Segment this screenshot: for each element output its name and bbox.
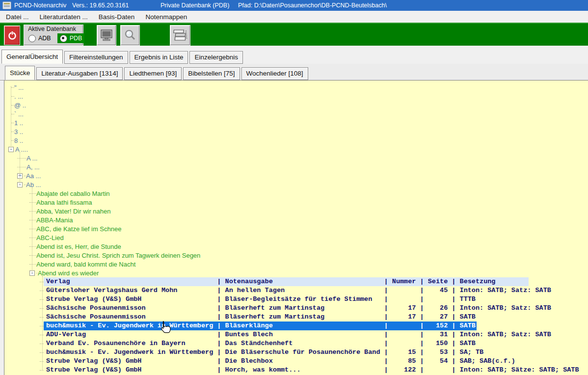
tab-einzelergebnis[interactable]: Einzelergebnis: [189, 51, 243, 64]
menu-item-2[interactable]: Literaturdaten ...: [34, 11, 93, 23]
tree-node-song[interactable]: Abend ward, bald kommt die Nacht: [4, 260, 588, 268]
sub-tabs: StückeLiteratur-Ausgaben [1314]Liedtheme…: [5, 66, 310, 80]
subtab-liedthemen-93[interactable]: Liedthemen [93]: [124, 67, 182, 80]
tree-node-subgroup[interactable]: A, ...: [4, 162, 588, 171]
editions-header-row: Verlag | Notenausgabe | Nummer | Seite |…: [44, 277, 529, 286]
editions-row-text: ADU-Verlag | Buntes Blech | | 31 | Inton…: [44, 330, 553, 339]
app-title: PCND-Notenarchiv: [14, 2, 72, 9]
tree-node-root[interactable]: . ...: [4, 92, 588, 101]
menu-item-3[interactable]: Basis-Daten: [93, 11, 140, 23]
database-path: Pfad: D:\Daten\Posaunenchor\DB-PCND-Beut…: [238, 2, 387, 9]
titlebar: PCND-Notenarchiv Vers.: 19.65.20.3161 Pr…: [0, 0, 588, 11]
tree-node-song[interactable]: Abba, Vater! Dir wir nahen: [4, 207, 588, 215]
editions-row[interactable]: Verband Ev. Posaunenchöre in Bayern | Da…: [4, 339, 588, 348]
tree-node-subgroup[interactable]: +Aa ...: [4, 171, 588, 180]
subtab-literatur-ausgaben-1314[interactable]: Literatur-Ausgaben [1314]: [36, 67, 123, 80]
editions-row-text: buch&musik - Ev. Jugendwerk in Württembe…: [44, 321, 477, 330]
tree-node-label: Abajate del caballo Martin: [36, 190, 110, 197]
tree-connector: [29, 251, 36, 256]
tree-node-root[interactable]: " ...: [4, 83, 588, 92]
tree-node-root[interactable]: 1 ..: [4, 118, 588, 127]
radio-adb[interactable]: ADB: [26, 33, 53, 43]
toolbar: Aktive Datenbank ADB PDB: [0, 23, 588, 47]
monitor-button[interactable]: [97, 25, 116, 46]
menu-item-4[interactable]: Notenmappen: [140, 11, 192, 23]
tree-node-root[interactable]: 3 ..: [4, 127, 588, 136]
tree-node-label: . ...: [14, 93, 23, 100]
main-tabs: GeneralÜbersichtFiltereinstellungenErgeb…: [1, 50, 244, 64]
sub-tabstrip: StückeLiteratur-Ausgaben [1314]Liedtheme…: [0, 64, 588, 80]
books-icon: [172, 28, 188, 43]
tree-node-song[interactable]: ABC, die Katze lief im Schnee: [4, 224, 588, 233]
editions-row[interactable]: buch&musik - Ev. Jugendwerk in Württembe…: [4, 348, 588, 357]
editions-row[interactable]: Strube Verlag (V&S) GmbH | Horch, was ko…: [4, 366, 588, 375]
tree-node-label: ` ...: [14, 110, 24, 118]
tree-guide-line: [20, 152, 21, 185]
editions-row[interactable]: Sächsische Posaunenmisson | Bläserheft z…: [4, 313, 588, 321]
editions-table-header: Verlag | Notenausgabe | Nummer | Seite |…: [4, 277, 588, 286]
radio-pdb-circle-icon: [60, 35, 67, 42]
editions-row[interactable]: Sächsische Posaunenmisson | Bläserheft z…: [4, 304, 588, 313]
editions-row-text: Sächsische Posaunenmisson | Bläserheft z…: [44, 304, 553, 313]
books-button[interactable]: [170, 25, 190, 46]
app-window: PCND-Notenarchiv Vers.: 19.65.20.3161 Pr…: [0, 0, 588, 375]
tree-node-label: Ab ...: [26, 181, 41, 188]
tree-connector: [29, 207, 36, 212]
monitor-icon: [100, 29, 113, 42]
active-database-label: Aktive Datenbank: [28, 26, 76, 32]
radio-pdb[interactable]: PDB: [57, 33, 85, 43]
editions-row[interactable]: ADU-Verlag | Buntes Blech | | 31 | Inton…: [4, 330, 588, 339]
tree-node-song-expanded[interactable]: -Abend wird es wieder: [4, 268, 588, 277]
tree-node-root[interactable]: 8 ..: [4, 136, 588, 145]
power-button[interactable]: [4, 26, 20, 45]
tree-node-label: A, ...: [27, 163, 40, 171]
subtab-bibelstellen-75[interactable]: Bibelstellen [75]: [183, 67, 240, 80]
tree-node-root[interactable]: @ ..: [4, 101, 588, 109]
editions-row-text: Gütersloher Verlagshaus Gerd Mohn | An h…: [44, 286, 553, 295]
tab-ergebnis-in-liste[interactable]: Ergebnis in Liste: [130, 51, 188, 64]
tree-node-label: " ...: [14, 84, 24, 91]
editions-row-selected[interactable]: buch&musik - Ev. Jugendwerk in Württembe…: [4, 321, 588, 330]
tree-node-a-group[interactable]: -A ....: [4, 145, 588, 154]
menu-item-1[interactable]: Datei ...: [0, 11, 34, 23]
tree-node-label: 3 ..: [14, 128, 23, 135]
tree-node-label: 8 ..: [14, 137, 23, 144]
tree-node-song[interactable]: Abend ist es, Herr, die Stunde: [4, 242, 588, 251]
search-button[interactable]: [120, 25, 140, 46]
tab-filtereinstellungen[interactable]: Filtereinstellungen: [64, 51, 128, 64]
radio-pdb-label: PDB: [70, 35, 82, 42]
tree-node-label: Abba, Vater! Dir wir nahen: [36, 208, 111, 215]
editions-row[interactable]: Strube Verlag (V&S) GmbH | Die Blechbox …: [4, 357, 588, 366]
tree-node-label: A ...: [27, 155, 37, 162]
tree-connector: [29, 233, 36, 238]
tree-node-root[interactable]: ` ...: [4, 109, 588, 118]
tree-node-label: Abend ist, Jesu Christ. Sprich zum Tagwe…: [36, 252, 200, 259]
tree-connector: [29, 242, 36, 247]
editions-row[interactable]: Strube Verlag (V&S) GmbH | Bläser-Beglei…: [4, 295, 588, 304]
power-icon: [7, 30, 18, 41]
radio-adb-label: ADB: [38, 35, 51, 42]
tree-node-subgroup[interactable]: A ...: [4, 154, 588, 162]
editions-row-text: Verband Ev. Posaunenchöre in Bayern | Da…: [44, 339, 478, 348]
editions-row[interactable]: Gütersloher Verlagshaus Gerd Mohn | An h…: [4, 286, 588, 295]
main-tabstrip: GeneralÜbersichtFiltereinstellungenErgeb…: [0, 46, 588, 64]
tree-node-song[interactable]: Abana lathi fissama: [4, 198, 588, 207]
tree-node-song[interactable]: ABBA-Mania: [4, 215, 588, 224]
tree-guide-line: [42, 276, 43, 370]
editions-row-text: Strube Verlag (V&S) GmbH | Bläser-Beglei…: [44, 295, 478, 304]
tree-node-song[interactable]: Abajate del caballo Martin: [4, 189, 588, 198]
search-icon: [124, 29, 136, 42]
tab-generalübersicht[interactable]: GeneralÜbersicht: [1, 50, 63, 64]
editions-row-text: Strube Verlag (V&S) GmbH | Horch, was ko…: [44, 366, 581, 375]
tree-guide-line: [32, 188, 33, 273]
tree-node-song[interactable]: Abend ist, Jesu Christ. Sprich zum Tagwe…: [4, 251, 588, 260]
tree-node-subgroup[interactable]: -Ab ...: [4, 180, 588, 189]
editions-row-text: buch&musik - Ev. Jugendwerk in Württembe…: [44, 348, 485, 357]
tree-connector: [29, 215, 36, 220]
tree-node-song[interactable]: ABC-Lied: [4, 233, 588, 242]
results-pane: " .... ...@ ..` ...1 ..3 ..8 ..-A ....A …: [4, 80, 588, 375]
app-icon: [2, 1, 11, 9]
subtab-wochenlieder-108[interactable]: Wochenlieder [108]: [241, 67, 308, 80]
tree-connector: [29, 224, 36, 229]
subtab-stücke[interactable]: Stücke: [5, 66, 35, 80]
